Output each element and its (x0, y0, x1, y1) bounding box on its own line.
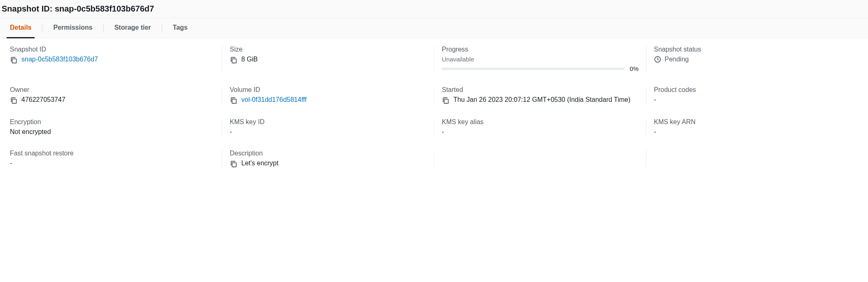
svg-rect-4 (232, 99, 236, 103)
field-progress: Progress Unavailable 0% (434, 46, 646, 72)
tab-permissions[interactable]: Permissions (53, 18, 92, 38)
pending-icon (654, 56, 661, 63)
field-label: KMS key ID (230, 118, 427, 126)
field-label: Size (230, 46, 427, 53)
tabs-bar: Details Permissions Storage tier Tags (0, 18, 868, 38)
field-label: Volume ID (230, 86, 427, 94)
field-label: Description (230, 150, 427, 157)
page-title-value: snap-0c5b583f103b676d7 (55, 4, 154, 13)
field-label: Encryption (10, 118, 215, 126)
field-label: Snapshot status (654, 46, 851, 53)
svg-rect-1 (232, 59, 236, 63)
field-kms-key-arn: KMS key ARN - (646, 118, 858, 136)
tab-details[interactable]: Details (10, 18, 31, 38)
copy-icon[interactable] (10, 56, 17, 64)
snapshot-status-value: Pending (665, 56, 689, 63)
field-kms-key-alias: KMS key alias - (434, 118, 646, 136)
progress-percent: 0% (630, 65, 639, 72)
kms-key-arn-value: - (654, 128, 656, 136)
field-label: Owner (10, 86, 215, 94)
empty-cell (434, 150, 646, 168)
field-kms-key-id: KMS key ID - (222, 118, 434, 136)
owner-value: 476227053747 (21, 96, 65, 103)
kms-key-alias-value: - (442, 128, 444, 136)
started-value: Thu Jan 26 2023 20:07:12 GMT+0530 (India… (453, 96, 630, 103)
tab-separator (103, 24, 104, 32)
field-snapshot-status: Snapshot status Pending (646, 46, 858, 72)
field-volume-id: Volume ID vol-0f31dd176d5814fff (222, 86, 434, 104)
page-header: Snapshot ID: snap-0c5b583f103b676d7 (0, 0, 868, 18)
tab-separator (162, 24, 162, 32)
progress-status-text: Unavailable (442, 56, 639, 63)
volume-id-link[interactable]: vol-0f31dd176d5814fff (241, 96, 307, 103)
svg-rect-5 (444, 99, 448, 103)
field-encryption: Encryption Not encrypted (10, 118, 222, 136)
field-label: KMS key alias (442, 118, 639, 126)
page-title: Snapshot ID: snap-0c5b583f103b676d7 (2, 4, 868, 14)
encryption-value: Not encrypted (10, 128, 51, 136)
copy-icon[interactable] (10, 97, 17, 104)
progress-bar (442, 68, 625, 70)
snapshot-id-link[interactable]: snap-0c5b583f103b676d7 (21, 56, 98, 63)
copy-icon[interactable] (230, 97, 237, 104)
tab-tags[interactable]: Tags (173, 18, 188, 38)
field-started: Started Thu Jan 26 2023 20:07:12 GMT+053… (434, 86, 646, 104)
field-label: Fast snapshot restore (10, 150, 215, 157)
svg-rect-0 (12, 59, 16, 63)
tab-storage-tier[interactable]: Storage tier (114, 18, 151, 38)
field-description: Description Let's encrypt (222, 150, 434, 168)
field-label: Progress (442, 46, 639, 53)
fast-snapshot-restore-value: - (10, 160, 12, 167)
field-label: Product codes (654, 86, 851, 94)
svg-rect-6 (232, 163, 236, 167)
product-codes-value: - (654, 96, 656, 103)
field-label: KMS key ARN (654, 118, 851, 126)
copy-icon[interactable] (442, 97, 449, 104)
field-label: Started (442, 86, 639, 94)
kms-key-id-value: - (230, 128, 232, 136)
empty-cell (646, 150, 858, 168)
copy-icon[interactable] (230, 56, 237, 64)
field-size: Size 8 GiB (222, 46, 434, 72)
tab-separator (42, 24, 42, 32)
size-value: 8 GiB (241, 56, 258, 63)
field-owner: Owner 476227053747 (10, 86, 222, 104)
field-label: Snapshot ID (10, 46, 215, 53)
details-panel: Snapshot ID snap-0c5b583f103b676d7 Size … (0, 38, 868, 179)
field-fast-snapshot-restore: Fast snapshot restore - (10, 150, 222, 168)
svg-rect-3 (12, 99, 16, 103)
field-snapshot-id: Snapshot ID snap-0c5b583f103b676d7 (10, 46, 222, 72)
field-product-codes: Product codes - (646, 86, 858, 104)
description-value: Let's encrypt (241, 160, 278, 167)
page-title-prefix: Snapshot ID: (2, 4, 55, 13)
copy-icon[interactable] (230, 160, 237, 168)
